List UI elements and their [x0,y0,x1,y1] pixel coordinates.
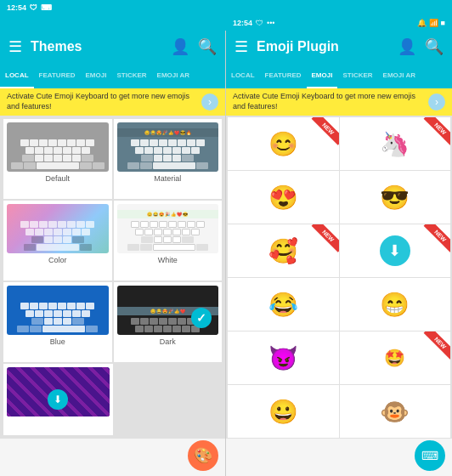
kb-key [67,303,76,309]
download-emoji-5[interactable]: ⬇ [380,235,410,266]
emoji-item-10[interactable]: 😀 [228,385,339,438]
emoji-item-3[interactable]: 😎 [340,171,451,224]
status-bar-left-2 [0,15,226,31]
theme-dark[interactable]: 😊 😂 😍 🎉 👍 ❤️ [114,282,223,362]
theme-default-label: Default [45,174,70,183]
kb-key [44,310,53,317]
emoji-item-11[interactable]: 🐵 [340,385,451,438]
download-theme-button[interactable]: ⬇ [48,389,68,410]
kb-key [48,303,57,309]
tab-emoji-right[interactable]: EMOJI [307,63,338,88]
kb-key [154,326,162,332]
themes-menu-icon[interactable]: ☰ [8,37,22,56]
emoji-search-icon[interactable]: 🔍 [425,37,444,56]
kb-key [25,229,34,235]
emoji-item-9[interactable]: 🤩 [340,332,451,384]
kb-key [163,229,172,235]
theme-color[interactable]: Color [3,201,112,280]
themes-banner-arrow[interactable]: › [201,94,218,110]
emoji-item-4[interactable]: 🥰 [228,224,339,277]
kb-key [191,147,200,154]
kb-key [72,310,81,317]
tab-featured-left[interactable]: FEATURED [34,63,81,88]
kb-key [172,236,181,243]
kb-key [76,221,85,228]
themes-search-icon[interactable]: 🔍 [198,37,217,56]
theme-default[interactable]: Default [3,119,112,199]
kb-key [191,229,200,235]
kb-key [22,155,34,162]
themes-nav-tabs: LOCAL FEATURED EMOJI STICKER EMOJI AR [0,63,225,88]
theme-material-preview: 😊 😂 😍 🎉 👍 ❤️ 😎 🔥 [117,122,219,172]
theme-blue[interactable]: Blue [3,282,112,362]
theme-material[interactable]: 😊 😂 😍 🎉 👍 ❤️ 😎 🔥 [114,119,223,199]
emoji-item-5[interactable]: ⬇ [340,224,451,277]
status-bar-left: 12:54 🛡 ⌨ [7,3,52,12]
keyboard-fab[interactable]: ⌨ [415,440,445,471]
kb-key [86,139,94,146]
emoji-face-3: 😎 [380,184,410,212]
shield-icon: 🛡 [30,3,37,12]
theme-dark-label: Dark [160,337,176,346]
emoji-face-1: 🦄 [380,130,410,158]
kb-key [131,139,139,146]
emoji-face-4: 🥰 [268,237,298,265]
kb-key [131,318,139,325]
kb-key [67,139,76,146]
kb-key [127,244,139,251]
kb-key [182,236,194,243]
emoji-item-2[interactable]: 😍 [228,171,339,224]
themes-panel: ☰ Themes 👤 🔍 LOCAL FEATURED EMOJI STICKE… [0,31,226,476]
kb-key [58,139,66,146]
kb-key [150,318,158,325]
tab-emoji-left[interactable]: EMOJI [81,63,112,88]
theme-white[interactable]: 😊 😂 😍 🎉 👍 ❤️ 😎 [114,201,223,280]
kb-key [93,162,105,169]
kb-key [86,221,94,228]
tab-sticker-left[interactable]: STICKER [111,63,151,88]
tab-local-right[interactable]: LOCAL [226,63,260,88]
emoji-item-6[interactable]: 😂 [228,278,339,331]
tab-emojiar-right[interactable]: EMOJI AR [378,63,421,88]
kb-key [82,310,90,317]
theme-material-label: Material [154,174,181,183]
kb-key [154,236,162,243]
tab-sticker-right[interactable]: STICKER [337,63,377,88]
kb-key [182,155,194,162]
kb-key [140,318,149,325]
kb-key [80,244,92,251]
theme-white-label: White [158,256,178,264]
emoji-item-8[interactable]: 😈 [228,332,339,384]
emoji-person-icon[interactable]: 👤 [398,37,416,56]
emoji-item-0[interactable]: 😊 [228,117,339,170]
theme-tile[interactable]: ⬇ [3,364,113,435]
tab-local-left[interactable]: LOCAL [0,63,34,88]
kb-key [44,318,53,325]
kb-key [141,155,153,162]
dot-dot-dot-icon: ••• [267,19,274,27]
kb-key [82,155,93,162]
kb-key [86,303,94,309]
theme-color-label: Color [48,256,67,264]
kb-key [17,326,29,332]
kb-key [196,139,205,146]
tab-emojiar-left[interactable]: EMOJI AR [152,63,195,88]
signal-icon: 📶 [429,19,438,27]
shield-icon-right: 🛡 [256,19,263,27]
kb-key [48,139,57,146]
kb-key [35,155,43,162]
kb-key [196,244,208,251]
emoji-menu-icon[interactable]: ☰ [234,37,248,56]
kb-key [163,147,172,154]
kb-key [30,303,38,309]
kb-key [150,221,158,228]
emoji-face-7: 😁 [380,291,410,319]
palette-fab[interactable]: 🎨 [188,440,218,471]
themes-app-bar: ☰ Themes 👤 🔍 [0,31,225,63]
emoji-banner-arrow[interactable]: › [428,94,445,110]
themes-person-icon[interactable]: 👤 [171,37,189,56]
tab-featured-right[interactable]: FEATURED [260,63,307,88]
new-badge-1 [420,117,450,148]
emoji-item-1[interactable]: 🦄 [340,117,451,170]
emoji-item-7[interactable]: 😁 [340,278,451,331]
